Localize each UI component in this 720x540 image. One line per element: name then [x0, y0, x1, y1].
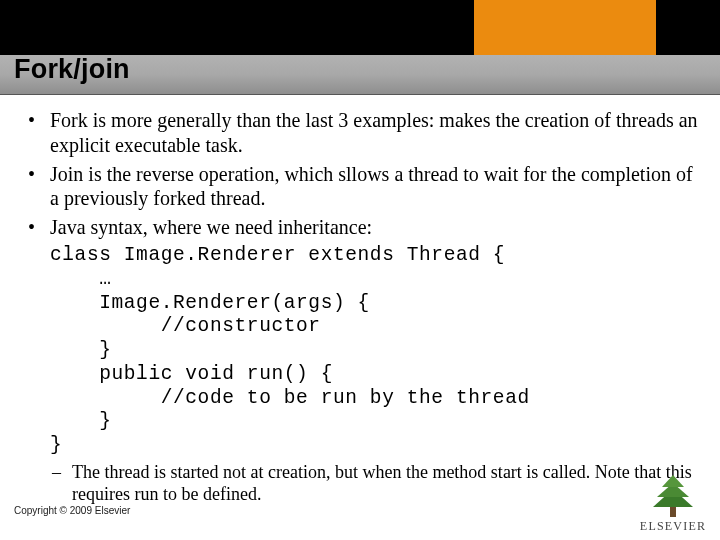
- copyright-text: Copyright © 2009 Elsevier: [14, 505, 130, 516]
- bullet-item: Join is the reverse operation, which sll…: [24, 162, 704, 212]
- sub-bullet-list: The thread is started not at creation, b…: [50, 462, 704, 505]
- bullet-item: Java syntax, where we need inheritance:: [24, 215, 704, 240]
- bullet-item: Fork is more generally than the last 3 e…: [24, 108, 704, 158]
- page-title: Fork/join: [14, 54, 130, 85]
- bullet-list: Fork is more generally than the last 3 e…: [24, 108, 704, 240]
- sub-bullet-item: The thread is started not at creation, b…: [50, 462, 704, 505]
- publisher-logo: ELSEVIER: [634, 473, 712, 534]
- elsevier-tree-icon: [648, 473, 698, 517]
- content-body: Fork is more generally than the last 3 e…: [24, 108, 704, 505]
- slide: Fork/join Fork is more generally than th…: [0, 0, 720, 540]
- code-block: class Image.Renderer extends Thread { … …: [50, 244, 704, 458]
- header-accent: [474, 0, 656, 55]
- publisher-name: ELSEVIER: [634, 519, 712, 534]
